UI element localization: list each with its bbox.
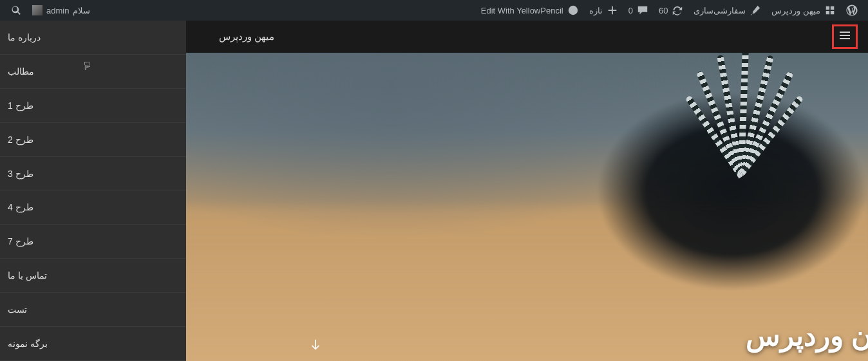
comment-icon xyxy=(637,5,648,16)
updates-link[interactable]: 60 xyxy=(654,0,688,21)
nav-item-label: برگه نمونه xyxy=(8,338,48,349)
nav-item-label: مطالب xyxy=(8,66,34,77)
svg-point-0 xyxy=(568,6,577,15)
customize-label: سفارشی‌سازی xyxy=(693,6,746,15)
hero-image: ن وردپرس xyxy=(186,53,868,361)
yellowpencil-label: Edit With YellowPencil xyxy=(481,6,563,15)
wp-logo-menu[interactable] xyxy=(841,0,863,21)
nav-item-label: طرح 3 xyxy=(8,169,33,179)
pencil-circle-icon xyxy=(567,5,579,16)
hero-title-fragment: ن وردپرس xyxy=(746,319,868,352)
my-account-link[interactable]: سلام admin xyxy=(27,0,95,21)
admin-bar-primary: میهن وردپرس سفارشی‌سازی 60 0 تازه xyxy=(476,0,863,21)
customize-link[interactable]: سفارشی‌سازی xyxy=(688,0,766,21)
comments-count: 0 xyxy=(628,6,633,15)
site-name-label: میهن وردپرس xyxy=(771,6,820,15)
hamburger-icon xyxy=(838,29,851,44)
content-column: میهن وردپرس ن وردپرس xyxy=(186,21,868,361)
nav-item-test[interactable]: تست xyxy=(0,293,186,327)
menu-toggle-button[interactable] xyxy=(832,24,858,49)
nav-item-label: تماس با ما xyxy=(8,270,47,281)
nav-item-label: درباره ما xyxy=(8,32,41,42)
nav-item-label: طرح 1 xyxy=(8,100,33,111)
site-name-link[interactable]: میهن وردپرس xyxy=(766,0,841,21)
site-header: میهن وردپرس xyxy=(186,21,868,53)
wordpress-icon xyxy=(846,5,858,16)
search-icon xyxy=(10,5,22,16)
wp-admin-bar: میهن وردپرس سفارشی‌سازی 60 0 تازه xyxy=(0,0,868,21)
nav-item-label: طرح 2 xyxy=(8,134,33,145)
plant-decoration xyxy=(677,53,806,201)
nav-item-label: تست xyxy=(8,304,27,315)
updates-count: 60 xyxy=(659,6,668,15)
admin-bar-secondary: سلام admin xyxy=(5,0,95,21)
site-title[interactable]: میهن وردپرس xyxy=(219,31,274,42)
search-toggle[interactable] xyxy=(5,0,27,21)
nav-item-design3[interactable]: طرح 3 xyxy=(0,157,186,191)
dashboard-icon xyxy=(824,5,836,16)
yellowpencil-link[interactable]: Edit With YellowPencil xyxy=(476,0,584,21)
howdy-prefix: سلام xyxy=(73,6,90,15)
mobile-nav-menu: درباره ما مطالب طرح 1 طرح 2 طرح 3 طرح 4 … xyxy=(0,21,186,361)
nav-item-about[interactable]: درباره ما xyxy=(0,21,186,55)
brush-icon xyxy=(750,5,761,16)
scroll-down-button[interactable] xyxy=(308,338,323,355)
nav-item-design7[interactable]: طرح 7 xyxy=(0,225,186,259)
new-content-link[interactable]: تازه xyxy=(584,0,623,21)
nav-item-sample[interactable]: برگه نمونه xyxy=(0,327,186,361)
nav-item-label: طرح 7 xyxy=(8,236,33,246)
nav-item-design1[interactable]: طرح 1 xyxy=(0,89,186,123)
update-icon xyxy=(672,5,683,16)
arrow-down-icon xyxy=(308,343,323,354)
avatar xyxy=(32,5,42,15)
nav-item-posts[interactable]: مطالب xyxy=(0,55,186,89)
nav-item-design2[interactable]: طرح 2 xyxy=(0,123,186,157)
user-name: admin xyxy=(46,6,69,15)
nav-item-label: طرح 4 xyxy=(8,202,33,212)
new-label: تازه xyxy=(589,6,603,15)
main-area: درباره ما مطالب طرح 1 طرح 2 طرح 3 طرح 4 … xyxy=(0,21,868,361)
nav-item-design4[interactable]: طرح 4 xyxy=(0,190,186,225)
comments-link[interactable]: 0 xyxy=(623,0,654,21)
nav-item-contact[interactable]: تماس با ما xyxy=(0,259,186,293)
plus-icon xyxy=(607,5,618,16)
